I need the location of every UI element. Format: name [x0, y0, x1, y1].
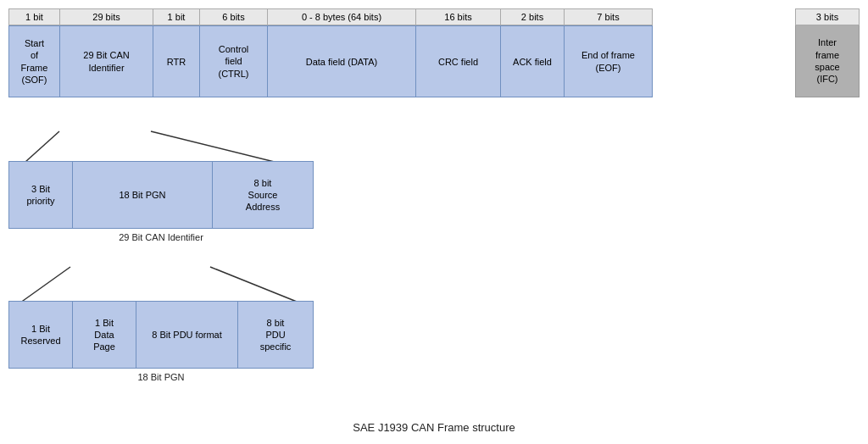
field-rtr: RTR: [153, 25, 199, 97]
field-priority: 3 Bitpriority: [8, 161, 72, 229]
ifc-field: Interframespace(IFC): [795, 25, 860, 97]
field-id: 29 Bit CANIdentifier: [59, 25, 153, 97]
svg-line-2: [17, 267, 70, 305]
field-pdu-specific: 8 bitPDUspecific: [237, 301, 314, 369]
bit-label-rtr: 1 bit: [153, 8, 199, 25]
field-pdu-format: 8 Bit PDU format: [136, 301, 237, 369]
second-row-fields: 3 Bitpriority 18 Bit PGN 8 bitSourceAddr…: [8, 161, 314, 229]
bit-label-sof: 1 bit: [8, 8, 59, 25]
bottom-caption: SAE J1939 CAN Frame structure: [0, 421, 868, 434]
diagram-wrapper: 1 bit 29 bits 1 bit 6 bits 0 - 8 bytes (…: [0, 0, 868, 444]
field-eof: End of frame(EOF): [564, 25, 653, 97]
field-sof: StartofFrame(SOF): [8, 25, 59, 97]
bit-label-crc: 16 bits: [415, 8, 500, 25]
ifc-bit-label: 3 bits: [795, 8, 860, 25]
second-row-label: 29 Bit CAN Identifier: [8, 229, 314, 246]
field-reserved: 1 BitReserved: [8, 301, 72, 369]
second-section: 3 Bitpriority 18 Bit PGN 8 bitSourceAddr…: [8, 161, 314, 246]
frame-fields-row: StartofFrame(SOF) 29 Bit CANIdentifier R…: [8, 25, 767, 97]
bit-label-eof: 7 bits: [564, 8, 653, 25]
field-data: Data field (DATA): [267, 25, 415, 97]
field-ctrl: Controlfield(CTRL): [199, 25, 267, 97]
field-pgn: 18 Bit PGN: [72, 161, 212, 229]
main-frame: 1 bit 29 bits 1 bit 6 bits 0 - 8 bytes (…: [8, 8, 767, 97]
third-row-fields: 1 BitReserved 1 BitDataPage 8 Bit PDU fo…: [8, 301, 314, 369]
field-data-page: 1 BitDataPage: [72, 301, 136, 369]
bit-labels-row: 1 bit 29 bits 1 bit 6 bits 0 - 8 bytes (…: [8, 8, 767, 25]
third-row-label: 18 Bit PGN: [8, 369, 314, 386]
field-ack: ACK field: [500, 25, 564, 97]
bit-label-data: 0 - 8 bytes (64 bits): [267, 8, 415, 25]
third-section: 1 BitReserved 1 BitDataPage 8 Bit PDU fo…: [8, 301, 314, 386]
svg-line-3: [210, 267, 305, 305]
bit-label-id: 29 bits: [59, 8, 153, 25]
bit-label-ack: 2 bits: [500, 8, 564, 25]
bit-label-ctrl: 6 bits: [199, 8, 267, 25]
field-crc: CRC field: [415, 25, 500, 97]
ifc-box: 3 bits Interframespace(IFC): [795, 8, 860, 97]
field-source-address: 8 bitSourceAddress: [212, 161, 314, 229]
